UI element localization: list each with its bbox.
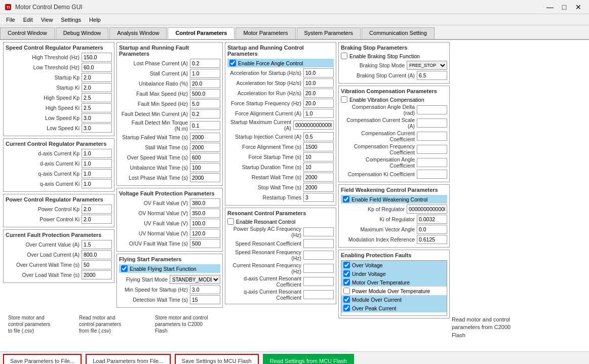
input-high-speed-ki[interactable]	[82, 103, 112, 112]
input-startup-ki[interactable]	[82, 83, 112, 92]
input-fault-detect-min-current[interactable]	[190, 109, 220, 118]
input-d-resonant-coeff[interactable]	[303, 277, 334, 286]
close-button[interactable]: ✕	[572, 2, 585, 12]
force-angle-checkbox[interactable]	[229, 60, 236, 66]
maximize-button[interactable]: □	[558, 2, 571, 12]
input-low-speed-ki[interactable]	[82, 124, 112, 133]
input-min-speed-startup[interactable]	[190, 285, 220, 294]
input-comp-freq-coeff[interactable]	[417, 145, 447, 154]
input-startup-max-current[interactable]	[293, 120, 334, 130]
input-over-load-wait[interactable]	[82, 270, 112, 279]
input-modulation-index[interactable]	[417, 235, 447, 244]
tab-analysis-window[interactable]: Analysis Window	[109, 27, 167, 39]
input-comp-angle-coeff[interactable]	[417, 158, 447, 167]
input-stop-wait[interactable]	[303, 183, 334, 192]
braking-stop-checkbox[interactable]	[341, 53, 347, 59]
checkbox-module-over-current[interactable]	[343, 296, 350, 303]
input-kp-regulator[interactable]	[407, 205, 447, 214]
input-unbalance-wait[interactable]	[190, 163, 220, 172]
checkbox-over-peak-current[interactable]	[343, 305, 350, 311]
input-over-load-current[interactable]	[82, 250, 112, 259]
tab-motor-parameters[interactable]: Motor Parameters	[235, 27, 295, 39]
input-force-startup-freq[interactable]	[303, 99, 334, 108]
vibration-comp-checkbox[interactable]	[341, 96, 347, 103]
tab-control-parameters[interactable]: Control Parameters	[168, 27, 234, 39]
input-comp-current-coeff[interactable]	[417, 132, 447, 141]
input-power-kp[interactable]	[82, 205, 112, 214]
input-d-ki[interactable]	[82, 159, 112, 168]
menu-view[interactable]: View	[37, 16, 57, 24]
input-startup-kp[interactable]	[82, 73, 112, 82]
input-q-ki[interactable]	[82, 179, 112, 188]
input-force-startup-time[interactable]	[303, 152, 334, 161]
input-accel-startup[interactable]	[303, 68, 334, 77]
menu-help[interactable]: Help	[85, 16, 105, 24]
input-fault-min-speed[interactable]	[190, 99, 220, 108]
input-startup-duration[interactable]	[303, 163, 334, 172]
input-q-kp[interactable]	[82, 169, 112, 178]
input-unbalance-ratio[interactable]	[190, 79, 220, 88]
checkbox-power-module-over-temp[interactable]	[343, 288, 350, 294]
input-high-speed-kp[interactable]	[82, 93, 112, 102]
input-current-resonant-freq[interactable]	[303, 264, 334, 273]
checkbox-over-voltage[interactable]	[343, 262, 350, 268]
input-d-kp[interactable]	[82, 149, 112, 158]
menu-settings[interactable]: Settings	[57, 16, 85, 24]
input-comp-ki-coeff[interactable]	[417, 170, 447, 179]
input-uv-fault[interactable]	[190, 219, 220, 228]
input-stall-wait[interactable]	[190, 143, 220, 152]
checkbox-under-voltage[interactable]	[343, 270, 350, 277]
input-speed-resonant-freq[interactable]	[303, 251, 334, 260]
menu-edit[interactable]: Edit	[19, 16, 37, 24]
minimize-button[interactable]: —	[543, 2, 557, 12]
input-braking-stop-current[interactable]	[417, 71, 447, 80]
input-low-speed-kp[interactable]	[82, 113, 112, 123]
input-over-speed-wait[interactable]	[190, 153, 220, 162]
input-max-vector-angle[interactable]	[417, 225, 447, 234]
input-power-ac-freq[interactable]	[303, 227, 334, 236]
field-weakening-checkbox[interactable]	[343, 196, 349, 203]
input-fault-detect-min-torque[interactable]	[190, 121, 220, 130]
input-detection-wait[interactable]	[190, 295, 220, 304]
input-lost-phase-wait[interactable]	[190, 173, 220, 182]
input-stall-current[interactable]	[190, 69, 220, 78]
flying-start-checkbox[interactable]	[121, 265, 128, 272]
read-from-mcu-button[interactable]: Read Settings from MCU Flash	[263, 354, 354, 364]
input-startup-injection-current[interactable]	[303, 132, 334, 141]
input-ki-regulator[interactable]	[417, 215, 447, 224]
input-comp-current-scale[interactable]	[417, 118, 447, 128]
input-startup-failed-wait[interactable]	[190, 133, 220, 142]
input-ov-normal[interactable]	[190, 209, 220, 218]
save-to-file-button[interactable]: Save Parameters to File...	[3, 354, 82, 364]
input-restartup-times[interactable]	[303, 193, 334, 202]
input-force-align-current[interactable]	[303, 109, 334, 118]
input-q-resonant-coeff[interactable]	[303, 290, 334, 299]
input-power-ki[interactable]	[82, 215, 112, 224]
input-high-threshold[interactable]	[82, 53, 112, 62]
menu-file[interactable]: File	[2, 16, 19, 24]
input-ov-fault[interactable]	[190, 198, 220, 208]
input-force-align-time[interactable]	[303, 142, 334, 151]
tab-communication-setting[interactable]: Communication Setting	[362, 27, 435, 39]
input-comp-angle-delta[interactable]	[417, 105, 447, 114]
tab-debug-window[interactable]: Debug Window	[56, 27, 109, 39]
input-accel-run[interactable]	[303, 89, 334, 98]
input-uv-normal[interactable]	[190, 229, 220, 238]
resonant-checkbox[interactable]	[227, 218, 234, 225]
input-speed-resonant-coeff[interactable]	[303, 239, 334, 248]
save-to-mcu-button[interactable]: Save Settings to MCU Flash	[175, 354, 259, 364]
input-over-current[interactable]	[82, 240, 112, 249]
select-flying-start-mode[interactable]: STANDBY_MODE ACTIVE_MODE	[170, 275, 220, 284]
tab-system-parameters[interactable]: System Parameters	[297, 27, 361, 39]
input-ouv-wait[interactable]	[190, 239, 220, 248]
load-from-file-button[interactable]: Load Parameters from File...	[86, 354, 170, 364]
input-over-current-wait[interactable]	[82, 260, 112, 269]
input-restart-wait[interactable]	[303, 173, 334, 182]
input-low-threshold[interactable]	[82, 63, 112, 72]
select-braking-stop-mode[interactable]: FREE_STOP RAMP_STOP DC_BRAKE	[407, 61, 447, 70]
input-lost-phase[interactable]	[190, 59, 220, 68]
checkbox-motor-over-temp[interactable]	[343, 279, 350, 286]
tab-control-window[interactable]: Control Window	[0, 27, 55, 39]
input-accel-stop[interactable]	[303, 78, 334, 88]
input-fault-max-speed[interactable]	[190, 89, 220, 98]
